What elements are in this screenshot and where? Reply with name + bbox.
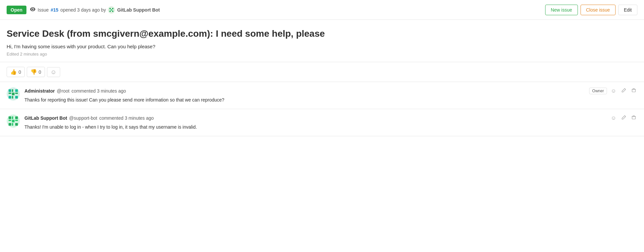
comments-container: Administrator @root commented 3 minutes …	[0, 82, 644, 136]
delete-comment-button[interactable]	[630, 87, 637, 95]
svg-rect-1	[109, 8, 111, 9]
issue-description: Hi, I'm having some issues with your pro…	[7, 44, 637, 49]
svg-rect-22	[12, 120, 15, 122]
comment-author: GitLab Support Bot	[24, 115, 67, 121]
comment-handle: @root	[57, 88, 69, 94]
issue-header-right: New issue Close issue Edit	[545, 5, 637, 15]
comment-avatar	[7, 87, 20, 101]
svg-rect-14	[12, 89, 13, 92]
comment-text: Thanks! I'm unable to log in - when I tr…	[24, 124, 637, 131]
issue-header-left: Open Issue #15 opened 3 days ago by	[7, 6, 545, 14]
issue-number: #15	[51, 7, 58, 13]
svg-rect-25	[12, 116, 13, 119]
issue-label: Issue	[38, 7, 49, 13]
new-issue-button[interactable]: New issue	[545, 5, 578, 15]
add-emoji-icon: ☺	[51, 69, 57, 75]
emoji-reaction-button[interactable]: ☺	[610, 114, 618, 122]
comment-text: Thanks for reporting this issue! Can you…	[24, 97, 637, 104]
reactions-bar: 👍 0 👎 0 ☺	[0, 62, 644, 82]
bot-name: GitLab Support Bot	[117, 7, 160, 13]
svg-rect-19	[15, 116, 18, 119]
svg-rect-4	[112, 11, 113, 12]
svg-rect-7	[9, 89, 11, 92]
issue-body: Service Desk (from smcgivern@example.com…	[0, 20, 644, 62]
comment-content: Administrator @root commented 3 minutes …	[24, 87, 637, 104]
comment-item: Administrator @root commented 3 minutes …	[0, 82, 644, 109]
comment-header-left: Administrator @root commented 3 minutes …	[24, 88, 126, 94]
svg-rect-5	[111, 9, 112, 11]
thumbs-down-count: 0	[39, 69, 41, 75]
svg-rect-24	[15, 120, 18, 121]
svg-rect-16	[632, 89, 635, 92]
svg-rect-18	[9, 116, 11, 119]
issue-edited: Edited 2 minutes ago	[7, 52, 47, 57]
comment-header: Administrator @root commented 3 minutes …	[24, 87, 637, 95]
svg-rect-9	[9, 96, 11, 99]
svg-rect-12	[9, 93, 11, 94]
svg-rect-13	[15, 93, 18, 94]
comment-author: Administrator	[24, 88, 55, 94]
edit-comment-button[interactable]	[620, 114, 627, 122]
comment-action: commented 3 minutes ago	[99, 115, 154, 121]
svg-rect-15	[12, 96, 13, 99]
svg-rect-8	[15, 89, 18, 92]
comment-item: GitLab Support Bot @support-bot commente…	[0, 109, 644, 136]
edit-comment-button[interactable]	[620, 87, 627, 95]
comment-action: commented 3 minutes ago	[71, 88, 126, 94]
svg-rect-10	[15, 96, 18, 99]
edit-button[interactable]: Edit	[618, 5, 637, 15]
issue-meta: Issue #15 opened 3 days ago by GitLab Su…	[30, 6, 160, 14]
thumbs-up-button[interactable]: 👍 0	[7, 67, 25, 77]
issue-header: Open Issue #15 opened 3 days ago by	[0, 0, 644, 20]
comment-header-right: Owner ☺	[589, 87, 637, 95]
eye-icon	[30, 7, 36, 13]
open-badge: Open	[7, 6, 26, 14]
delete-comment-button[interactable]	[630, 114, 637, 122]
thumbs-up-count: 0	[19, 69, 21, 75]
comment-header-right: ☺	[610, 114, 637, 122]
svg-rect-11	[12, 93, 15, 95]
comment-content: GitLab Support Bot @support-bot commente…	[24, 114, 637, 131]
bot-avatar-small-icon	[108, 6, 115, 14]
issue-opened-text: opened 3 days ago by	[60, 7, 106, 13]
svg-rect-2	[112, 8, 113, 9]
comment-header: GitLab Support Bot @support-bot commente…	[24, 114, 637, 122]
emoji-reaction-button[interactable]: ☺	[610, 87, 618, 95]
thumbs-up-emoji: 👍	[10, 69, 17, 75]
owner-badge: Owner	[589, 88, 607, 94]
svg-rect-20	[9, 123, 11, 126]
add-reaction-button[interactable]: ☺	[47, 67, 60, 77]
svg-rect-3	[109, 11, 111, 12]
thumbs-down-button[interactable]: 👎 0	[27, 67, 45, 77]
comment-avatar	[7, 114, 20, 128]
close-issue-button[interactable]: Close issue	[581, 5, 616, 15]
comment-header-left: GitLab Support Bot @support-bot commente…	[24, 115, 154, 121]
svg-rect-26	[12, 123, 13, 126]
comment-handle: @support-bot	[69, 115, 97, 121]
issue-title: Service Desk (from smcgivern@example.com…	[7, 28, 637, 40]
svg-rect-23	[9, 120, 11, 121]
svg-rect-27	[632, 116, 635, 119]
thumbs-down-emoji: 👎	[30, 69, 37, 75]
svg-rect-21	[15, 123, 18, 126]
